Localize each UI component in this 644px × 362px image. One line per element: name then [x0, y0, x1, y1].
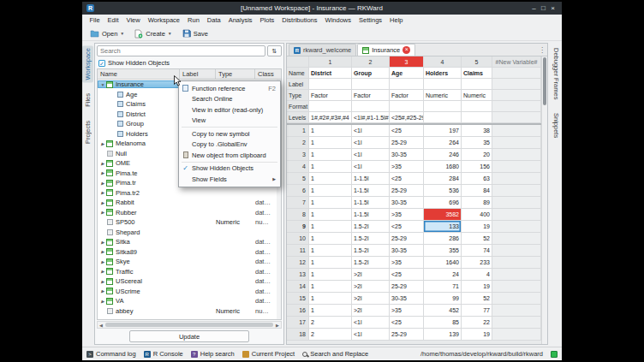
cell[interactable]: 452	[424, 305, 462, 317]
cell[interactable]: <25	[390, 221, 424, 233]
cell[interactable]: Numeric	[424, 90, 462, 101]
tree-item[interactable]: Pima.tr2	[98, 188, 281, 199]
cell-new-variable[interactable]	[492, 137, 541, 149]
cell[interactable]	[462, 101, 492, 112]
show-hidden-checkbox[interactable]: ✓	[98, 60, 105, 67]
menu-plots[interactable]: Plots	[256, 15, 278, 27]
cell[interactable]: 1	[309, 197, 352, 209]
cell[interactable]: 156	[462, 161, 492, 173]
menu-edit[interactable]: Edit	[104, 15, 122, 27]
row-number[interactable]: 1	[287, 125, 309, 137]
cell[interactable]: 233	[462, 257, 492, 269]
cell-unsynced[interactable]: 3582	[424, 209, 462, 221]
cell[interactable]: 25-29	[390, 281, 424, 293]
cell[interactable]: 1	[309, 209, 352, 221]
column-header-class[interactable]: Class	[255, 69, 281, 79]
cell[interactable]: 1.5-2l	[352, 257, 390, 269]
cell-new-variable[interactable]	[492, 185, 541, 197]
row-number[interactable]: 2	[287, 137, 309, 149]
cell[interactable]: 35	[462, 137, 492, 149]
cell-new-variable[interactable]	[492, 101, 541, 112]
column-header[interactable]: 1	[309, 56, 352, 68]
row-number[interactable]: 7	[287, 197, 309, 209]
cell[interactable]: 24	[424, 269, 462, 281]
menu-item-copy-to-globalenv[interactable]: Copy to .GlobalEnv	[179, 139, 280, 151]
column-header-highlighted[interactable]: 3	[390, 56, 424, 68]
cell-new-variable[interactable]	[492, 209, 541, 221]
open-button[interactable]: Open ▼	[86, 28, 128, 39]
expand-arrow-icon[interactable]	[99, 161, 106, 166]
menu-item-function-reference[interactable]: Function referenceF2	[179, 83, 280, 94]
cell[interactable]	[352, 101, 390, 112]
cell[interactable]: 1-1.5l	[352, 209, 390, 221]
scrollbar-thumb[interactable]	[105, 323, 273, 327]
cell-new-variable[interactable]	[492, 197, 541, 209]
cell[interactable]: 197	[424, 125, 462, 137]
cell[interactable]: <1l#,#1-1.5l#,…	[352, 112, 390, 123]
cell-new-variable[interactable]	[492, 305, 541, 317]
menu-file[interactable]: File	[86, 15, 104, 27]
cell[interactable]: >35	[390, 305, 424, 317]
expand-arrow-icon[interactable]	[99, 269, 106, 274]
cell[interactable]: 264	[424, 137, 462, 149]
cell[interactable]: 1	[309, 305, 352, 317]
row-number[interactable]: 13	[287, 269, 309, 281]
menu-item-view-in-editor[interactable]: View in editor (read-only)	[179, 104, 280, 116]
cell[interactable]: 77	[462, 305, 492, 317]
cell-new-variable[interactable]	[492, 79, 541, 90]
row-number[interactable]: 5	[287, 173, 309, 185]
collapse-arrow-icon[interactable]	[99, 82, 106, 87]
cell[interactable]: 1.5-2l	[352, 245, 390, 257]
tree-item[interactable]: Shepard	[98, 228, 281, 238]
expand-arrow-icon[interactable]	[99, 259, 106, 264]
menu-analysis[interactable]: Analysis	[224, 15, 256, 27]
cell[interactable]: 52	[462, 233, 492, 245]
expand-arrow-icon[interactable]	[99, 249, 106, 254]
cell[interactable]: 1	[309, 281, 352, 293]
cell[interactable]: 19	[462, 281, 492, 293]
cell-new-variable[interactable]	[492, 149, 541, 161]
close-button[interactable]: ×	[548, 2, 558, 15]
expand-arrow-icon[interactable]	[99, 170, 106, 175]
cell[interactable]: 286	[424, 233, 462, 245]
menu-item-copy-to-new-symbol[interactable]: Copy to new symbol	[179, 128, 280, 139]
row-number[interactable]: 12	[287, 257, 309, 269]
cell[interactable]: <1l	[352, 149, 390, 161]
cell[interactable]	[424, 112, 462, 123]
maximize-button[interactable]: □	[539, 2, 548, 15]
help-search-button[interactable]: ?Help search	[191, 350, 235, 358]
tree-item[interactable]: abbeyNumericnu…	[98, 306, 281, 317]
cell-new-variable[interactable]	[492, 257, 541, 269]
cell[interactable]: 1	[309, 185, 352, 197]
cell[interactable]	[390, 79, 424, 90]
cell-new-variable[interactable]	[492, 161, 541, 173]
cell[interactable]: 1640	[424, 257, 462, 269]
column-header[interactable]: 5	[462, 56, 492, 68]
menu-view[interactable]: View	[122, 15, 144, 27]
cell-new-variable[interactable]	[492, 329, 541, 341]
cell[interactable]: 1.5-2l	[352, 233, 390, 245]
row-number[interactable]: 8	[287, 209, 309, 221]
variable-name-cell[interactable]: Age	[390, 68, 424, 79]
menu-item-view[interactable]: View	[179, 116, 280, 127]
row-number[interactable]: 15	[287, 293, 309, 305]
search-replace-button[interactable]: Search and Replace	[302, 350, 368, 358]
cell[interactable]: >35	[390, 209, 424, 221]
cell[interactable]: 4	[462, 269, 492, 281]
scroll-right-icon[interactable]: ▶	[274, 323, 281, 328]
search-options-button[interactable]: ⇅	[267, 45, 282, 56]
menu-run[interactable]: Run	[184, 15, 204, 27]
menu-settings[interactable]: Settings	[355, 15, 385, 27]
cell[interactable]: >2l	[352, 269, 390, 281]
cell[interactable]: Factor	[309, 90, 352, 101]
variable-name-cell[interactable]: District	[309, 68, 352, 79]
cell-new-variable[interactable]	[492, 245, 541, 257]
row-number[interactable]: 17	[287, 317, 309, 329]
row-number[interactable]: 18	[287, 329, 309, 341]
column-header-type[interactable]: Type	[216, 69, 255, 79]
cell[interactable]: 1	[309, 233, 352, 245]
tree-item[interactable]: Sitkadat…	[98, 237, 281, 247]
cell-new-variable[interactable]	[492, 293, 541, 305]
cell[interactable]	[390, 101, 424, 112]
cell[interactable]: 1-1.5l	[352, 185, 390, 197]
